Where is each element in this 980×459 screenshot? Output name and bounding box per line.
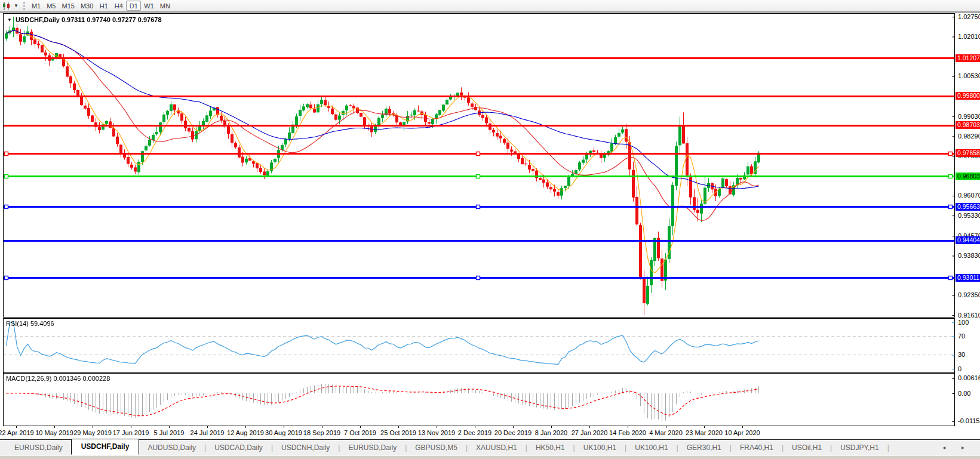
time-axis-tick [742, 426, 743, 428]
price-axis-tick: 0.91610 [958, 312, 980, 319]
timeframe-button-m1[interactable]: M1 [29, 1, 44, 11]
chart-tab-eurusd-daily[interactable]: EURUSD,Daily [6, 441, 71, 454]
timeframe-button-d1[interactable]: D1 [126, 1, 141, 11]
time-axis-tick [398, 426, 399, 428]
date-label: 7 Oct 2019 [344, 429, 376, 436]
price-axis-tick: 0.96070 [958, 192, 980, 199]
time-axis-tick [475, 426, 475, 428]
tab-separator: | [887, 443, 889, 452]
date-label: 13 Nov 2019 [418, 429, 455, 436]
price-chart-panel: ▼USDCHF,Daily 0.97311 0.97740 0.97277 0.… [0, 13, 980, 318]
timeframe-button-w1[interactable]: W1 [141, 1, 157, 11]
chart-tab-audusd-daily[interactable]: AUDUSD,Daily [139, 441, 204, 454]
time-axis-tick [589, 426, 590, 428]
date-label: 8 Jan 2020 [535, 429, 567, 436]
price-level-badge: 1.01207 [956, 54, 980, 62]
chart-tab-hk50-h1[interactable]: HK50,H1 [527, 441, 573, 454]
chart-tab-xauusd-h1[interactable]: XAUUSD,H1 [468, 441, 526, 454]
price-level-badge: 0.98703 [956, 121, 980, 129]
date-label: 29 May 2019 [73, 429, 112, 436]
timeframe-button-m15[interactable]: M15 [59, 1, 77, 11]
date-label: 20 Dec 2019 [494, 429, 532, 436]
candlestick-chart-icon[interactable] [2, 2, 13, 10]
toolbar-separator [23, 2, 26, 10]
date-label: 18 Sep 2019 [303, 429, 340, 436]
time-axis-tick [666, 426, 666, 428]
price-axis-tick: 0.98290 [958, 133, 980, 140]
date-label: 25 Oct 2019 [380, 429, 416, 436]
chart-title: ▼USDCHF,Daily 0.97311 0.97740 0.97277 0.… [7, 16, 162, 23]
timeframe-button-m5[interactable]: M5 [44, 1, 59, 11]
macd-axis-tick: 0.006167 [958, 374, 980, 381]
time-axis-tick [16, 426, 17, 428]
price-level-badge: 0.99800 [956, 92, 980, 100]
price-level-badge: 0.95663 [956, 203, 980, 211]
price-axis-tick: 1.02750 [958, 13, 980, 20]
date-label: 27 Jan 2020 [572, 429, 608, 436]
time-axis-tick [93, 426, 93, 428]
time-axis-tick [169, 426, 170, 428]
date-label: 12 Aug 2019 [227, 429, 264, 436]
time-axis-tick [245, 426, 246, 428]
chart-window: ▼USDCHF,Daily 0.97311 0.97740 0.97277 0.… [0, 12, 980, 459]
timeframe-button-h4[interactable]: H4 [111, 1, 126, 11]
time-axis-tick [628, 426, 628, 428]
time-axis[interactable]: 22 Apr 201910 May 201929 May 201917 Jun … [0, 426, 980, 439]
price-level-badge: 0.97658 [956, 149, 980, 157]
time-axis-tick [551, 426, 552, 428]
time-axis-tick [704, 426, 705, 428]
date-label: 23 Mar 2020 [686, 429, 723, 436]
timeframe-button-m30[interactable]: M30 [78, 1, 96, 11]
price-axis-tick: 1.02010 [958, 33, 980, 40]
rsi-axis-tick: 30 [958, 351, 965, 358]
time-axis-tick [322, 426, 322, 428]
chart-title-text: USDCHF,Daily 0.97311 0.97740 0.97277 0.9… [16, 16, 162, 23]
chart-tab-fra40-h1[interactable]: FRA40,H1 [732, 441, 782, 454]
time-axis-tick [513, 426, 514, 428]
rsi-axis-tick: 70 [958, 332, 965, 340]
time-axis-tick [360, 426, 361, 428]
price-axis-tick: 0.95330 [958, 212, 980, 219]
rsi-axis-tick: 0 [958, 365, 961, 372]
chart-tab-bar: EURUSD,DailyUSDCHF,DailyAUDUSD,Daily|USD… [0, 439, 980, 455]
price-level-badge: 0.93011 [956, 274, 980, 282]
timeframe-buttons: M1M5M15M30H1H4D1W1MN [29, 1, 173, 11]
macd-axis-tick: 0.00 [958, 390, 970, 397]
chart-tab-gbpusd-m5[interactable]: GBPUSD,M5 [407, 441, 466, 454]
chevron-down-icon[interactable]: ▼ [14, 3, 19, 8]
price-axis-tick: 1.00530 [958, 72, 980, 79]
chart-tab-uk100-h1[interactable]: UK100,H1 [575, 441, 625, 454]
rsi-panel: RSI(14) 59.4096 10070300 [0, 318, 980, 373]
date-label: 5 Jul 2019 [154, 429, 185, 436]
date-label: 10 May 2019 [35, 429, 73, 436]
date-label: 10 Apr 2020 [724, 429, 760, 436]
chart-tab-usdcnh-daily[interactable]: USDCNH,Daily [273, 441, 338, 454]
time-axis-tick [437, 426, 437, 428]
timeframe-button-mn[interactable]: MN [157, 1, 173, 11]
time-axis-tick [284, 426, 284, 428]
chart-tab-ger30-h1[interactable]: GER30,H1 [678, 441, 730, 454]
status-strip [0, 455, 980, 459]
timeframe-toolbar: ▼ M1M5M15M30H1H4D1W1MN [0, 0, 980, 12]
mt4-application: ▼ M1M5M15M30H1H4D1W1MN ▼USDCHF,Daily 0.9… [0, 0, 980, 459]
tab-scroll-arrows[interactable]: ◂ ▸ [942, 444, 972, 451]
price-level-badge: 0.96803 [956, 172, 980, 180]
chart-tab-uk100-h1[interactable]: UK100,H1 [626, 441, 676, 454]
time-axis-tick [131, 426, 131, 428]
triangle-down-icon[interactable]: ▼ [7, 17, 12, 23]
chart-tab-usdchf-daily[interactable]: USDCHF,Daily [71, 439, 140, 455]
chart-tab-usoil-h1[interactable]: USOil,H1 [784, 441, 830, 454]
date-label: 14 Feb 2020 [609, 429, 646, 436]
date-label: 4 Mar 2020 [649, 429, 683, 436]
date-label: 2 Dec 2019 [458, 429, 491, 436]
macd-label: MACD(12,26,9) 0.001346 0.000228 [6, 375, 110, 382]
chart-tab-usdjpy-h1[interactable]: USDJPY,H1 [832, 441, 887, 454]
price-chart-canvas[interactable] [0, 13, 956, 318]
chart-tab-eurusd-daily[interactable]: EURUSD,Daily [340, 441, 405, 454]
timeframe-button-h1[interactable]: H1 [96, 1, 111, 11]
macd-canvas[interactable] [0, 373, 956, 426]
time-axis-tick [207, 426, 208, 428]
rsi-canvas[interactable] [0, 318, 956, 373]
time-axis-tick [54, 426, 55, 428]
chart-tab-usdcad-daily[interactable]: USDCAD,Daily [206, 441, 271, 454]
